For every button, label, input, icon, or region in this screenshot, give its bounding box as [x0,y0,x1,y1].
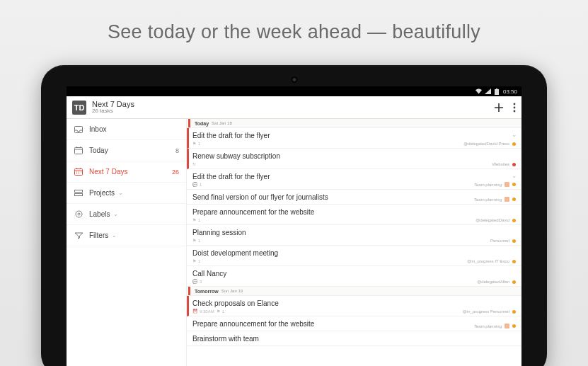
task-row[interactable]: Prepare announcement for the website⚑1@d… [187,205,521,225]
task-row[interactable]: Edit the draft for the flyer⚑1@delegated… [187,128,521,149]
task-count: 26 tasks [92,108,134,115]
flag-icon: ⚑ [192,217,196,222]
add-task-button[interactable] [493,102,505,113]
chevron-down-icon: ⌄ [112,232,117,239]
task-meta-text: 3 [200,280,202,284]
task-row[interactable]: Send final version of our flyer for jour… [187,190,521,205]
battery-icon [494,88,500,94]
task-row[interactable]: Edit the draft for the flyer💬1Team plann… [187,169,521,190]
label-icon [74,210,83,218]
comment-icon: 💬 [192,279,197,284]
sidebar-item-labels[interactable]: Labels ⌄ [67,204,186,225]
task-row[interactable]: Check proposals on Elance⏰9:30AM⚑1@in_pr… [187,296,521,316]
project-color-dot [512,324,516,328]
sidebar-item-inbox[interactable]: Inbox [67,119,186,140]
sidebar: Inbox Today 8 Next 7 Days 26 Projects ⌄ [67,119,187,366]
page-headline: See today or the week ahead — beautifull… [0,0,588,59]
task-title: Prepare announcement for the website [192,319,516,328]
flag-icon: ⚑ [192,141,196,146]
task-row[interactable]: Prepare announcement for the websiteTeam… [187,316,521,331]
repeat-icon: ↻ [192,161,196,166]
sidebar-item-label: Inbox [89,125,106,133]
sidebar-item-today[interactable]: Today 8 [67,140,186,161]
day-date: Sat Jan 18 [212,121,232,125]
chevron-down-icon[interactable]: ⌄ [512,131,517,138]
project-color-dot [512,142,516,146]
svg-point-3 [514,106,516,108]
task-project: Team planning [474,324,516,328]
svg-rect-0 [495,89,499,95]
task-row[interactable]: Brainstorm with team [187,331,521,346]
task-title: Doist development meeting [192,248,516,258]
project-color-dot [512,239,516,243]
sidebar-item-next-7-days[interactable]: Next 7 Days 26 [67,161,186,183]
signal-icon [485,88,491,94]
task-project: @in_progress IT Expo [467,259,516,263]
sidebar-item-label: Projects [89,189,115,197]
task-meta-text: 1 [198,259,200,263]
assignee-avatar-icon [505,197,509,202]
sidebar-item-label: Filters [89,231,108,239]
assignee-avatar-icon [505,324,509,328]
task-project: @in_progress Personnel [463,309,516,314]
svg-point-4 [514,110,516,112]
projects-icon [74,190,83,197]
camera-dot [291,76,297,83]
comment-icon: 💬 [192,182,197,187]
assignee-avatar-icon [505,182,509,187]
inbox-icon [74,126,83,133]
sidebar-item-label: Next 7 Days [89,168,127,176]
wifi-icon [475,88,482,94]
app-logo-icon[interactable]: TD [72,101,86,115]
task-title: Call Nancy [192,269,516,278]
task-row[interactable]: Doist development meeting⚑1@in_progress … [187,246,521,266]
project-color-dot [512,260,516,263]
task-project: Personnel [490,239,516,243]
task-row[interactable]: Planning session⚑1Personnel [187,225,521,246]
task-row[interactable]: Renew subway subscription↻Websites [187,149,521,169]
task-title: Renew subway subscription [192,151,516,161]
task-title: Edit the draft for the flyer [192,131,516,140]
day-date: Sun Jan 19 [221,289,243,293]
day-header-tomorrow: Tomorrow Sun Jan 19 [187,287,521,296]
chevron-down-icon: ⌄ [118,190,123,196]
task-row[interactable]: Call Nancy💬3@delegatedAllan [187,266,521,287]
project-color-dot [512,198,516,201]
task-meta-text: 1 [198,218,200,222]
flag-icon: ⚑ [217,309,220,314]
sidebar-item-filters[interactable]: Filters ⌄ [67,225,186,246]
svg-point-2 [514,103,516,105]
task-meta-text: 1 [198,239,200,243]
project-color-dot [512,310,516,314]
task-meta-text: 1 [200,183,202,187]
sidebar-item-label: Labels [89,210,110,218]
svg-rect-8 [75,190,83,192]
task-list: Today Sat Jan 18 Edit the draft for the … [187,119,521,366]
task-project: Team planning [474,182,516,187]
task-project: Websites [492,162,516,166]
overflow-menu-button[interactable] [513,103,516,113]
task-title: Planning session [192,228,516,237]
sidebar-item-projects[interactable]: Projects ⌄ [67,183,186,204]
task-project: Team planning [474,197,516,202]
day-header-today: Today Sat Jan 18 [187,119,521,128]
sidebar-item-badge: 8 [175,147,179,154]
calendar-week-icon [74,168,83,176]
flag-icon: ⚑ [192,258,196,263]
project-color-dot [512,183,516,186]
task-project: @delegatedAllan [477,280,516,284]
svg-point-11 [78,213,80,215]
svg-rect-9 [75,193,83,195]
flag-icon: ⚑ [192,238,196,243]
project-color-dot [512,280,516,284]
project-color-dot [512,219,516,222]
tablet-frame: 03:50 TD Next 7 Days 26 tasks Inbox [41,65,547,366]
svg-point-10 [76,211,82,217]
day-name: Tomorrow [195,289,219,294]
chevron-down-icon[interactable]: ⌄ [512,172,517,179]
calendar-today-icon [74,147,83,154]
project-color-dot [512,163,516,166]
task-project: @delegatedDavid [475,218,516,222]
sidebar-item-label: Today [89,147,108,154]
task-title: Edit the draft for the flyer [192,172,516,181]
